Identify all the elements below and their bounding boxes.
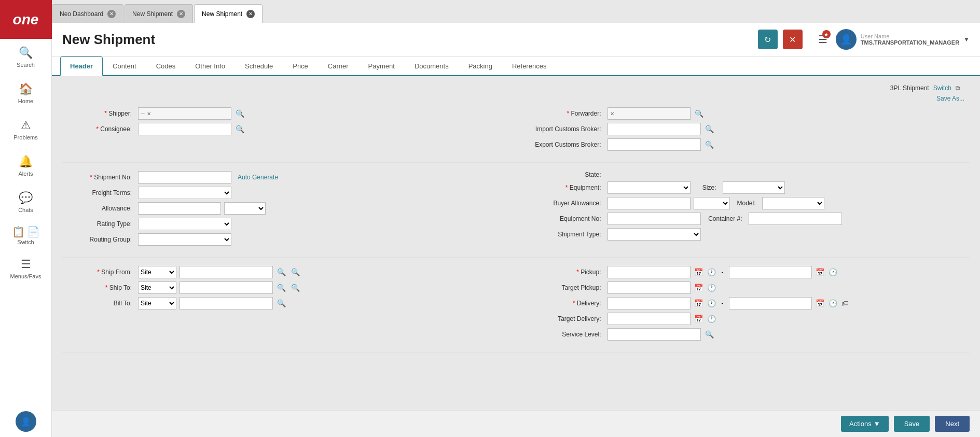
shipment-no-input[interactable] — [138, 171, 231, 184]
ship-to-input[interactable] — [180, 281, 273, 294]
sidebar-item-home[interactable]: 🏠 Home — [0, 75, 51, 111]
tab-payment[interactable]: Payment — [358, 57, 405, 76]
ship-to-search-btn[interactable]: 🔍 — [276, 284, 287, 292]
target-delivery-clock-btn[interactable]: 🕐 — [707, 315, 716, 323]
tab-close-new-shipment-2[interactable]: ✕ — [246, 10, 255, 18]
consignee-input[interactable] — [138, 123, 231, 135]
tab-new-shipment-1[interactable]: New Shipment ✕ — [125, 4, 193, 23]
next-button[interactable]: Next — [935, 416, 970, 432]
allowance-select[interactable] — [224, 202, 266, 215]
shipper-clear[interactable]: ✕ — [147, 111, 151, 117]
user-dropdown-icon[interactable]: ▼ — [963, 36, 970, 43]
tab-packing[interactable]: Packing — [459, 57, 502, 76]
tab-content[interactable]: Content — [103, 57, 146, 76]
service-level-input[interactable] — [608, 328, 701, 341]
shipment-type-select[interactable] — [608, 228, 701, 241]
shipper-search-btn[interactable]: 🔍 — [234, 109, 245, 118]
pickup-calendar-btn[interactable]: 📅 — [694, 268, 703, 276]
equipment-no-input[interactable] — [608, 213, 701, 225]
bill-to-type-select[interactable]: SiteCompanyAddress — [138, 297, 176, 309]
import-customs-search-btn[interactable]: 🔍 — [704, 125, 715, 133]
forwarder-search-btn[interactable]: 🔍 — [694, 109, 705, 118]
container-input[interactable] — [749, 213, 842, 225]
delivery-tag-btn[interactable]: 🏷 — [841, 299, 849, 307]
pickup-clock2-btn[interactable]: 🕐 — [828, 268, 838, 276]
tab-schedule[interactable]: Schedule — [235, 57, 283, 76]
tab-packing-label: Packing — [468, 62, 492, 70]
tab-carrier[interactable]: Carrier — [318, 57, 358, 76]
tab-other-info[interactable]: Other Info — [185, 57, 235, 76]
sidebar-item-switch[interactable]: 📋 📄 Switch — [0, 220, 51, 250]
pickup-calendar2-btn[interactable]: 📅 — [815, 268, 825, 276]
auto-generate-link[interactable]: Auto Generate — [238, 174, 278, 181]
ship-to-type-select[interactable]: SiteCompanyAddress — [138, 281, 176, 294]
save-button[interactable]: Save — [894, 416, 930, 432]
close-button[interactable]: ✕ — [783, 30, 803, 49]
app-logo[interactable]: one — [0, 0, 52, 39]
ship-from-search-btn[interactable]: 🔍 — [276, 268, 287, 276]
size-select[interactable] — [723, 181, 785, 194]
buyer-allowance-select[interactable] — [694, 197, 730, 209]
sidebar-item-problems[interactable]: ⚠ Problems — [0, 111, 51, 148]
sidebar-item-menus[interactable]: ☰ Menus/Favs — [0, 250, 51, 287]
tab-documents[interactable]: Documents — [405, 57, 459, 76]
user-section[interactable]: 👤 User Name TMS.TRANSPORTATION_MANAGER ▼ — [836, 29, 970, 50]
delivery-calendar2-btn[interactable]: 📅 — [815, 299, 825, 307]
consignee-search-btn[interactable]: 🔍 — [234, 125, 245, 133]
target-pickup-input[interactable] — [608, 281, 691, 294]
export-customs-input[interactable] — [608, 138, 701, 151]
ship-to-search2-btn[interactable]: 🔍 — [290, 284, 301, 292]
tab-neo-dashboard[interactable]: Neo Dashboard ✕ — [52, 4, 123, 23]
routing-group-select[interactable] — [138, 233, 231, 246]
allowance-input[interactable] — [138, 202, 221, 215]
pickup-date-input[interactable] — [608, 266, 691, 278]
target-pickup-calendar-btn[interactable]: 📅 — [694, 284, 703, 292]
buyer-allowance-input[interactable] — [608, 197, 691, 209]
sidebar-avatar[interactable]: 👤 — [16, 411, 36, 432]
delivery-clock-btn[interactable]: 🕐 — [707, 299, 716, 307]
delivery-clock2-btn[interactable]: 🕐 — [828, 299, 838, 307]
forwarder-clear[interactable]: ✕ — [610, 111, 614, 117]
freight-terms-select[interactable] — [138, 187, 231, 199]
target-delivery-input[interactable] — [608, 313, 691, 325]
delivery-date2-input[interactable] — [729, 297, 812, 309]
target-pickup-clock-btn[interactable]: 🕐 — [707, 284, 716, 292]
model-select[interactable] — [762, 197, 824, 209]
ship-from-search2-btn[interactable]: 🔍 — [290, 268, 301, 276]
bill-to-input[interactable] — [180, 297, 273, 309]
pickup-date2-input[interactable] — [729, 266, 812, 278]
refresh-button[interactable]: ↻ — [758, 30, 778, 49]
import-customs-input[interactable] — [608, 123, 701, 135]
sidebar-item-chats[interactable]: 💬 Chats — [0, 184, 51, 220]
shipper-input[interactable]: ✕ — [138, 107, 231, 120]
ship-from-input[interactable] — [180, 266, 273, 278]
bill-to-row: Bill To: SiteCompanyAddress 🔍 — [62, 297, 505, 309]
rating-type-select[interactable] — [138, 218, 231, 230]
notifications[interactable]: ☰ ★ — [818, 33, 827, 46]
tab-header[interactable]: Header — [60, 57, 103, 76]
delivery-calendar-btn[interactable]: 📅 — [694, 299, 703, 307]
target-delivery-calendar-btn[interactable]: 📅 — [694, 315, 703, 323]
bill-to-search-btn[interactable]: 🔍 — [276, 299, 287, 307]
switch-link[interactable]: Switch — [933, 84, 951, 92]
forwarder-input[interactable]: ✕ — [608, 107, 691, 120]
tab-new-shipment-2[interactable]: New Shipment ✕ — [194, 4, 263, 23]
tab-price[interactable]: Price — [283, 57, 318, 76]
delivery-date-input[interactable] — [608, 297, 691, 309]
tab-close-new-shipment-1[interactable]: ✕ — [177, 10, 185, 18]
tab-close-neo-dashboard[interactable]: ✕ — [107, 10, 116, 18]
pickup-clock-btn[interactable]: 🕐 — [707, 268, 716, 276]
copy-icon: ⧉ — [956, 84, 960, 92]
ship-from-type-select[interactable]: SiteCompanyAddress — [138, 266, 176, 278]
tab-codes[interactable]: Codes — [146, 57, 186, 76]
tab-references[interactable]: References — [502, 57, 556, 76]
header-bar: New Shipment ↻ ✕ ☰ ★ 👤 User Name TMS.TRA… — [52, 23, 980, 57]
sidebar-item-search[interactable]: 🔍 Search — [0, 39, 51, 75]
actions-button[interactable]: Actions ▼ — [841, 416, 889, 432]
service-level-search-btn[interactable]: 🔍 — [704, 330, 715, 339]
equipment-select[interactable] — [608, 181, 691, 194]
sidebar-item-alerts[interactable]: 🔔 Alerts — [0, 148, 51, 184]
ship-to-label: Ship To: — [62, 284, 135, 291]
export-customs-search-btn[interactable]: 🔍 — [704, 140, 715, 149]
save-as-link[interactable]: Save As... — [936, 95, 964, 102]
